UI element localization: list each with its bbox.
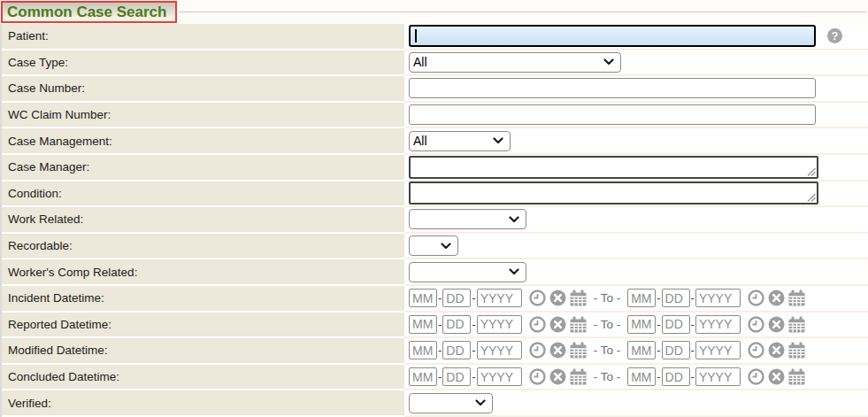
calendar-icon[interactable] [570, 316, 587, 333]
chevron-down-icon [493, 137, 503, 144]
clock-icon[interactable] [529, 368, 546, 385]
clock-icon[interactable] [748, 316, 764, 333]
section-header: Common Case Search [0, 0, 868, 24]
case-number-input[interactable] [409, 78, 816, 98]
clear-icon[interactable] [768, 290, 785, 306]
year-input[interactable] [695, 315, 741, 334]
calendar-icon[interactable] [570, 342, 587, 359]
row-case-management: Case Management: All [2, 128, 868, 155]
header-divider-line [179, 12, 866, 12]
date-separator: - [657, 344, 660, 357]
day-input[interactable] [442, 289, 471, 307]
clock-icon[interactable] [529, 290, 546, 306]
year-input[interactable] [695, 289, 741, 307]
day-input[interactable] [442, 341, 471, 359]
month-input[interactable] [627, 367, 656, 386]
case-management-selected-value: All [413, 134, 427, 148]
calendar-icon[interactable] [570, 368, 587, 385]
modified-end-date: - - [627, 341, 805, 359]
incident-datetime-label: Incident Datetime: [2, 286, 404, 313]
clear-icon[interactable] [549, 368, 566, 385]
case-type-selected-value: All [413, 55, 427, 69]
resize-grip-icon[interactable] [807, 193, 816, 202]
clear-icon[interactable] [768, 316, 785, 333]
incident-end-date: - - [627, 289, 805, 307]
clock-icon[interactable] [748, 368, 764, 385]
verified-select[interactable] [409, 393, 493, 413]
date-separator: - [691, 344, 695, 357]
date-separator: - [438, 344, 442, 357]
chevron-down-icon [509, 216, 519, 223]
clock-icon[interactable] [529, 342, 546, 359]
date-separator: - [438, 370, 442, 383]
case-type-select[interactable]: All [409, 52, 621, 73]
day-input[interactable] [442, 315, 471, 334]
month-input[interactable] [409, 315, 437, 334]
year-input[interactable] [477, 341, 522, 359]
calendar-icon[interactable] [570, 290, 587, 306]
row-case-type: Case Type: All [2, 50, 868, 77]
condition-textarea[interactable] [409, 181, 818, 205]
to-label: - To - [594, 318, 621, 331]
day-input[interactable] [662, 315, 690, 334]
clock-icon[interactable] [748, 342, 764, 359]
clear-icon[interactable] [768, 368, 785, 385]
to-label: - To - [594, 344, 621, 357]
month-input[interactable] [627, 315, 656, 334]
clear-icon[interactable] [549, 342, 566, 359]
month-input[interactable] [409, 341, 437, 359]
concluded-end-date: - - [627, 367, 805, 386]
search-form: Patient: ? Case Type: All Case Number: W… [0, 24, 868, 417]
clear-icon[interactable] [549, 290, 566, 306]
row-workers-comp-related: Worker's Comp Related: [2, 259, 868, 286]
chevron-down-icon [441, 243, 451, 250]
calendar-icon[interactable] [788, 316, 805, 333]
day-input[interactable] [662, 289, 690, 307]
month-input[interactable] [627, 289, 656, 307]
clock-icon[interactable] [748, 290, 764, 306]
chevron-down-icon [509, 268, 519, 275]
day-input[interactable] [662, 367, 690, 386]
clear-icon[interactable] [549, 316, 566, 333]
year-input[interactable] [695, 341, 741, 359]
concluded-start-date: - - [409, 367, 587, 386]
recordable-select[interactable] [409, 236, 458, 256]
work-related-select[interactable] [409, 209, 526, 229]
to-label: - To - [594, 291, 621, 305]
chevron-down-icon [603, 58, 614, 66]
day-input[interactable] [442, 367, 471, 386]
year-input[interactable] [695, 367, 741, 386]
wc-claim-number-input[interactable] [409, 104, 816, 125]
case-number-label: Case Number: [2, 76, 404, 103]
day-input[interactable] [662, 341, 690, 359]
month-input[interactable] [627, 341, 656, 359]
row-wc-claim-number: WC Claim Number: [2, 103, 868, 129]
patient-input[interactable] [409, 25, 816, 47]
annotation-highlight-box: Common Case Search [1, 1, 177, 23]
row-condition: Condition: [2, 181, 868, 208]
case-manager-textarea[interactable] [409, 156, 818, 179]
resize-grip-icon[interactable] [807, 167, 816, 176]
workers-comp-related-label: Worker's Comp Related: [2, 259, 404, 286]
wc-claim-number-label: WC Claim Number: [2, 103, 404, 129]
month-input[interactable] [409, 367, 437, 386]
date-separator: - [438, 318, 442, 331]
year-input[interactable] [477, 315, 522, 334]
row-case-manager: Case Manager: [2, 155, 868, 181]
year-input[interactable] [477, 367, 522, 386]
clock-icon[interactable] [529, 316, 546, 333]
condition-label: Condition: [2, 181, 404, 208]
page-title: Common Case Search [7, 4, 166, 19]
calendar-icon[interactable] [788, 342, 805, 359]
workers-comp-related-select[interactable] [409, 262, 526, 282]
month-input[interactable] [409, 289, 437, 307]
calendar-icon[interactable] [788, 290, 805, 306]
year-input[interactable] [477, 289, 522, 307]
date-separator: - [472, 370, 475, 383]
clear-icon[interactable] [768, 342, 785, 359]
help-icon[interactable]: ? [827, 28, 842, 43]
case-management-label: Case Management: [2, 128, 404, 155]
calendar-icon[interactable] [788, 368, 805, 385]
verified-label: Verified: [2, 390, 404, 417]
case-management-select[interactable]: All [409, 131, 511, 151]
